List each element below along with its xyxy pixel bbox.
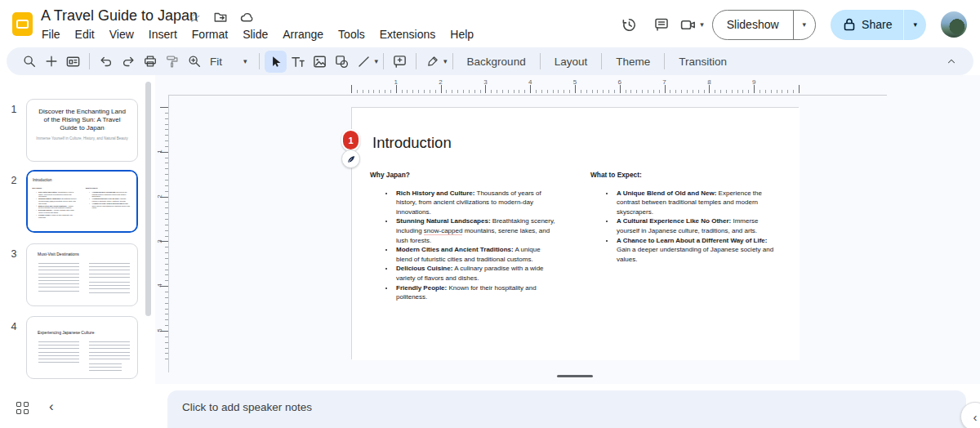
layout-button[interactable]: Layout — [546, 56, 597, 68]
slide-thumbnail-2-selected[interactable]: Introduction Why Japan? Rich History and… — [26, 170, 138, 233]
comment-author-chip[interactable] — [341, 149, 360, 168]
divider — [540, 53, 541, 69]
menu-arrange[interactable]: Arrange — [275, 25, 331, 43]
horizontal-ruler: 1 2 3 4 5 6 7 8 9 — [351, 78, 800, 94]
zoom-value: Fit — [210, 56, 222, 68]
account-avatar[interactable] — [941, 11, 967, 38]
zoom-select[interactable]: Fit ▾ — [205, 56, 254, 68]
thumbnail-body-placeholder — [89, 341, 130, 359]
divider — [259, 53, 260, 69]
divider — [89, 53, 90, 69]
menu-file[interactable]: File — [34, 25, 68, 43]
slide-left-column-textbox[interactable]: Why Japan? Rich History and Culture: Tho… — [370, 171, 556, 302]
thumb1-title: Discover the Enchanting Land of the Risi… — [37, 108, 127, 132]
insert-shape-icon[interactable] — [331, 51, 353, 73]
menubar: File Edit View Insert Format Slide Arran… — [34, 25, 481, 43]
menu-view[interactable]: View — [102, 25, 141, 43]
print-icon[interactable] — [139, 51, 161, 73]
lock-icon — [844, 18, 855, 31]
menu-slide[interactable]: Slide — [235, 25, 275, 43]
zoom-caret-icon: ▾ — [243, 57, 247, 65]
insert-image-icon[interactable] — [309, 51, 331, 73]
speaker-notes-placeholder: Click to add speaker notes — [182, 401, 312, 413]
thumbnail-body-placeholder — [89, 282, 130, 295]
undo-icon[interactable] — [95, 51, 117, 73]
collapse-filmstrip-icon[interactable]: ‹ — [49, 399, 54, 415]
move-folder-icon[interactable] — [212, 9, 229, 25]
select-tool-icon[interactable] — [265, 51, 287, 73]
header: A Travel Guide to Japan ☆ File Edit View… — [0, 0, 980, 49]
meet-caret-icon[interactable]: ▾ — [700, 21, 704, 29]
current-slide[interactable]: Introduction Why Japan? Rich History and… — [351, 107, 799, 359]
share-options-caret[interactable]: ▾ — [903, 10, 926, 40]
slideshow-options-caret[interactable]: ▾ — [793, 11, 816, 39]
ruler-line — [168, 95, 887, 96]
divider — [416, 53, 416, 69]
new-slide-layout-icon[interactable] — [62, 51, 84, 73]
grid-view-icon[interactable] — [16, 402, 29, 415]
quill-icon — [346, 154, 356, 164]
insert-line-icon[interactable] — [353, 51, 375, 73]
redo-icon[interactable] — [117, 51, 139, 73]
slide-title-textbox[interactable]: Introduction — [372, 134, 452, 152]
line-caret-icon[interactable]: ▾ — [375, 57, 379, 65]
paint-format-icon[interactable] — [161, 51, 183, 73]
zoom-in-icon[interactable] — [183, 51, 205, 73]
filmstrip-scrollbar[interactable] — [145, 82, 151, 316]
column-heading: What to Expect: — [590, 171, 780, 181]
search-menus-icon[interactable] — [18, 51, 40, 73]
background-button[interactable]: Background — [458, 56, 535, 68]
menu-edit[interactable]: Edit — [68, 25, 102, 43]
divider — [452, 53, 453, 69]
slides-logo-screen — [16, 20, 29, 29]
thumb4-title: Experiencing Japanese Culture — [38, 330, 95, 335]
share-label: Share — [862, 18, 892, 31]
menu-format[interactable]: Format — [185, 25, 235, 43]
slide-thumbnail-1[interactable]: Discover the Enchanting Land of the Risi… — [26, 99, 138, 162]
insert-comment-icon[interactable] — [389, 51, 411, 73]
slide-number: 1 — [7, 104, 21, 115]
menu-insert[interactable]: Insert — [141, 25, 185, 43]
slide-number: 2 — [7, 175, 21, 186]
divider — [664, 53, 665, 69]
slide-number: 3 — [7, 248, 21, 260]
slides-logo-icon[interactable] — [12, 12, 33, 36]
new-slide-icon[interactable] — [40, 51, 62, 73]
menu-tools[interactable]: Tools — [331, 25, 372, 43]
share-button[interactable]: Share ▾ — [831, 10, 926, 40]
bottom-bar: ‹ Click to add speaker notes — [0, 384, 980, 428]
ruler-line — [168, 95, 169, 372]
notes-resize-handle[interactable] — [557, 375, 593, 377]
divider — [383, 53, 384, 69]
thumb1-subtitle: Immerse Yourself in Culture, History, an… — [27, 136, 137, 140]
menu-help[interactable]: Help — [443, 25, 481, 43]
vertical-ruler: 1 2 3 4 5 — [156, 107, 168, 360]
thumbnail-body-placeholder — [38, 341, 79, 364]
version-history-icon[interactable] — [612, 8, 645, 41]
collapse-toolbar-icon[interactable] — [940, 51, 962, 73]
editing-canvas: 1 2 3 4 5 6 7 8 9 1 2 3 4 5 Introduction… — [155, 75, 980, 384]
thumbnail-body-placeholder — [89, 263, 130, 278]
pen-caret-icon[interactable]: ▾ — [443, 57, 448, 65]
comments-icon[interactable] — [645, 8, 678, 41]
comment-count-badge[interactable]: 1 — [341, 129, 360, 151]
theme-button[interactable]: Theme — [607, 56, 659, 68]
thumbnail-body-placeholder — [89, 363, 122, 372]
slide-right-column-textbox[interactable]: What to Expect: A Unique Blend of Old an… — [590, 171, 780, 264]
slide-number: 4 — [7, 321, 21, 332]
slide-thumbnail-4[interactable]: Experiencing Japanese Culture — [26, 316, 138, 379]
divider — [601, 53, 602, 69]
star-icon[interactable]: ☆ — [186, 9, 203, 25]
speaker-notes[interactable]: Click to add speaker notes — [167, 390, 966, 428]
slide-filmstrip: 1 Discover the Enchanting Land of the Ri… — [0, 75, 155, 384]
meet-call-control[interactable]: ▾ — [679, 16, 704, 33]
text-box-icon[interactable] — [287, 51, 309, 73]
transition-button[interactable]: Transition — [670, 56, 736, 68]
menu-extensions[interactable]: Extensions — [372, 25, 443, 43]
slide-thumbnail-3[interactable]: Must-Visit Destinations — [26, 243, 138, 306]
pen-annotate-icon[interactable] — [421, 51, 443, 73]
comment-marker[interactable]: 1 — [341, 129, 361, 168]
document-title[interactable]: A Travel Guide to Japan — [41, 7, 198, 25]
cloud-status-icon[interactable] — [238, 9, 255, 25]
slideshow-button[interactable]: Slideshow ▾ — [712, 10, 816, 40]
